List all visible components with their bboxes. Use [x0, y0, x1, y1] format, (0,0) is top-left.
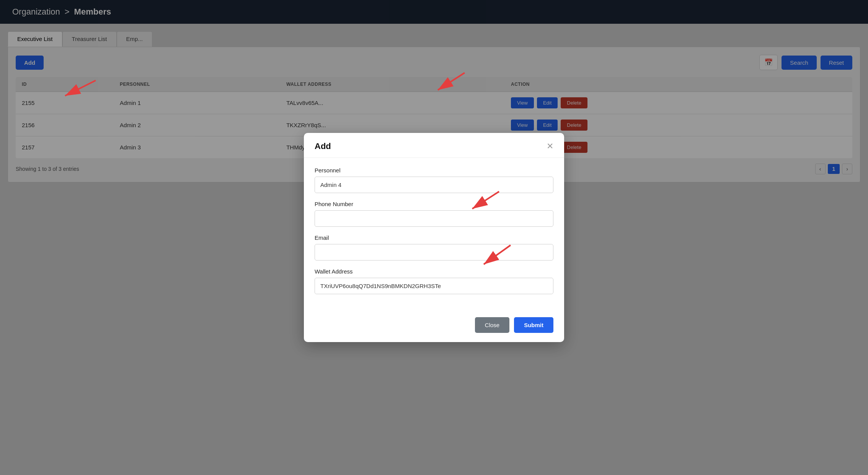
add-modal: Add ✕ Personnel Phone Number Email Walle…: [304, 133, 564, 342]
modal-body: Personnel Phone Number Email Wallet Addr…: [304, 158, 564, 311]
form-group-personnel: Personnel: [315, 167, 553, 193]
email-input[interactable]: [315, 244, 553, 260]
wallet-input[interactable]: [315, 278, 553, 294]
email-label: Email: [315, 234, 553, 241]
submit-button[interactable]: Submit: [514, 317, 553, 333]
modal-close-x-button[interactable]: ✕: [547, 142, 553, 151]
modal-overlay[interactable]: Add ✕ Personnel Phone Number Email Walle…: [0, 0, 868, 475]
close-modal-button[interactable]: Close: [475, 317, 509, 333]
form-group-email: Email: [315, 234, 553, 260]
close-icon: ✕: [547, 141, 553, 151]
modal-footer: Close Submit: [304, 311, 564, 342]
phone-label: Phone Number: [315, 201, 553, 207]
wallet-label: Wallet Address: [315, 268, 553, 275]
modal-title: Add: [315, 141, 331, 151]
form-group-wallet: Wallet Address: [315, 268, 553, 294]
modal-header: Add ✕: [304, 133, 564, 158]
phone-input[interactable]: [315, 210, 553, 227]
personnel-input[interactable]: [315, 177, 553, 193]
form-group-phone: Phone Number: [315, 201, 553, 227]
personnel-label: Personnel: [315, 167, 553, 174]
